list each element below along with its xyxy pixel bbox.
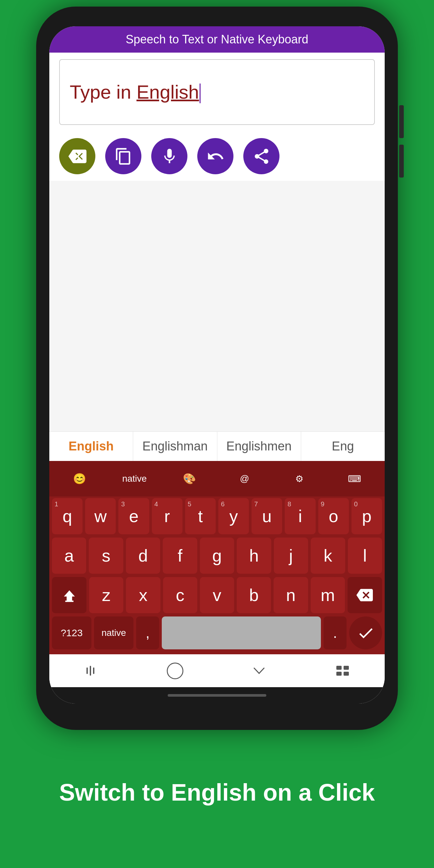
key-n[interactable]: n [274, 577, 308, 613]
settings-tool-button[interactable]: ⚙ [273, 466, 326, 492]
key-s[interactable]: s [89, 537, 123, 574]
native-tool-button[interactable]: native [107, 466, 161, 492]
text-input-box[interactable]: Type in English [59, 59, 375, 125]
emoji-tool-button[interactable]: 😊 [53, 466, 106, 492]
enter-key[interactable] [349, 617, 382, 649]
keyboard-row-3: z x c v b n m [49, 576, 385, 615]
settings-icon: ⚙ [295, 473, 304, 484]
svg-rect-6 [336, 666, 342, 670]
svg-rect-4 [93, 668, 94, 674]
at-tool-button[interactable]: @ [218, 466, 271, 492]
num-sym-label: ?123 [61, 627, 83, 639]
shift-key[interactable] [52, 577, 87, 613]
undo-button[interactable] [197, 138, 234, 174]
enter-icon [357, 624, 375, 642]
key-z[interactable]: z [89, 577, 123, 613]
key-u[interactable]: 7u [251, 498, 282, 534]
text-word: English [136, 81, 199, 102]
volume-up-button[interactable] [399, 105, 404, 138]
volume-down-button[interactable] [399, 145, 404, 178]
share-icon [252, 147, 271, 165]
copy-button[interactable] [105, 138, 142, 174]
back-nav-icon [83, 664, 100, 677]
space-key[interactable] [162, 617, 321, 649]
key-m[interactable]: m [311, 577, 345, 613]
emoji-icon: 😊 [73, 472, 86, 485]
app-title: Speech to Text or Native Keyboard [126, 33, 308, 46]
svg-rect-9 [344, 672, 349, 676]
key-q[interactable]: 1q [52, 498, 83, 534]
palette-icon: 🎨 [183, 472, 196, 485]
share-button[interactable] [243, 138, 279, 174]
key-b[interactable]: b [237, 577, 271, 613]
key-t[interactable]: 5t [185, 498, 216, 534]
mic-icon [160, 147, 179, 165]
backspace-icon [356, 587, 373, 603]
svg-rect-2 [87, 668, 88, 674]
svg-rect-7 [344, 666, 349, 670]
undo-icon [207, 147, 224, 165]
keyboard: 😊 native 🎨 @ ⚙ ⌨ [49, 461, 385, 654]
native-key-label: native [102, 628, 126, 638]
empty-space [49, 181, 385, 431]
svg-rect-1 [65, 601, 73, 602]
key-p[interactable]: 0p [351, 498, 382, 534]
key-k[interactable]: k [311, 537, 345, 574]
backspace-key[interactable] [347, 577, 382, 613]
key-e[interactable]: 3e [118, 498, 149, 534]
navigation-bar [49, 654, 385, 687]
comma-key[interactable]: , [136, 617, 159, 649]
svg-point-5 [167, 663, 183, 679]
keyboard-row-2: a s d f g h j k l [49, 536, 385, 576]
key-d[interactable]: d [126, 537, 160, 574]
phone-screen: Speech to Text or Native Keyboard Type i… [49, 26, 385, 704]
home-bar [168, 694, 266, 697]
text-area-container: Type in English [49, 53, 385, 131]
key-x[interactable]: x [126, 577, 160, 613]
key-a[interactable]: a [52, 537, 86, 574]
autocomplete-item-2[interactable]: Englishmen [217, 432, 301, 461]
key-y[interactable]: 6y [218, 498, 249, 534]
delete-icon [68, 147, 87, 165]
key-c[interactable]: c [163, 577, 197, 613]
shift-icon [61, 587, 78, 603]
key-f[interactable]: f [163, 537, 197, 574]
key-r[interactable]: 4r [152, 498, 183, 534]
palette-tool-button[interactable]: 🎨 [163, 466, 216, 492]
key-g[interactable]: g [200, 537, 234, 574]
svg-rect-8 [336, 672, 342, 676]
text-cursor [199, 84, 200, 103]
down-nav-button[interactable] [246, 661, 272, 681]
native-tool-label: native [122, 473, 147, 484]
keyboard-tool-button[interactable]: ⌨ [328, 466, 381, 492]
period-label: . [333, 626, 337, 640]
native-key[interactable]: native [94, 617, 133, 649]
phone-outer-shell: Speech to Text or Native Keyboard Type i… [36, 7, 398, 730]
autocomplete-item-3[interactable]: Eng [301, 432, 385, 461]
action-buttons-row [49, 131, 385, 181]
key-o[interactable]: 9o [318, 498, 349, 534]
key-v[interactable]: v [200, 577, 234, 613]
bottom-text-area: Switch to English on a Click [33, 730, 401, 855]
autocomplete-item-1[interactable]: Englishman [133, 432, 217, 461]
key-l[interactable]: l [348, 537, 382, 574]
home-nav-button[interactable] [162, 661, 188, 681]
key-h[interactable]: h [237, 537, 271, 574]
period-key[interactable]: . [323, 617, 346, 649]
key-w[interactable]: w [85, 498, 116, 534]
grid-nav-icon [335, 664, 351, 677]
keyboard-icon: ⌨ [348, 473, 361, 484]
text-prefix: Type in [70, 81, 136, 102]
num-sym-key[interactable]: ?123 [52, 617, 91, 649]
delete-button[interactable] [59, 138, 95, 174]
grid-nav-button[interactable] [330, 661, 356, 681]
mic-button[interactable] [151, 138, 187, 174]
app-top-bar: Speech to Text or Native Keyboard [49, 26, 385, 53]
keyboard-tools-row: 😊 native 🎨 @ ⚙ ⌨ [49, 461, 385, 496]
keyboard-row-bottom: ?123 native , . [49, 615, 385, 651]
autocomplete-item-0[interactable]: English [49, 432, 133, 461]
key-j[interactable]: j [274, 537, 308, 574]
key-i[interactable]: 8i [285, 498, 315, 534]
keyboard-row-1: 1q w 3e 4r 5t 6y 7u 8i 9o 0p [49, 496, 385, 536]
back-nav-button[interactable] [78, 661, 104, 681]
